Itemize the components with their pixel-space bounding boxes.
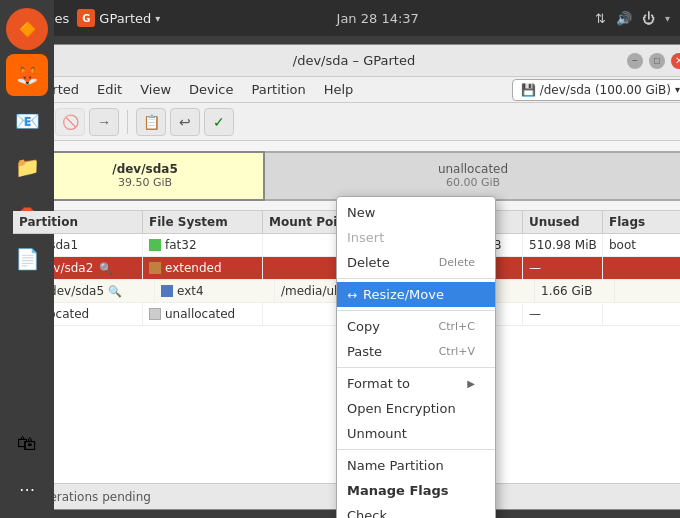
ctx-insert: Insert [337,225,495,250]
ctx-paste[interactable]: Paste Ctrl+V [337,339,495,364]
ctx-format-to-label: Format to [347,376,410,391]
topbar-arrow-icon: ▾ [665,13,670,24]
ctx-open-encryption[interactable]: Open Encryption [337,396,495,421]
disk-unallocated-visual: unallocated 60.00 GiB [265,151,680,201]
device-dropdown-icon: ▾ [675,84,680,95]
datetime-label: Jan 28 14:37 [337,11,419,26]
apps-grid-dock-item[interactable]: ⋯ [6,468,48,510]
fs-color-sda5 [161,285,173,297]
toolbar-apply-btn[interactable]: → [89,108,119,136]
menubar: GParted Edit View Device Partition Help … [13,77,680,103]
app-indicator[interactable]: G GParted ▾ [77,9,160,27]
toolbar-copy-btn[interactable]: 📋 [136,108,166,136]
menu-help[interactable]: Help [316,80,362,99]
ctx-paste-label: Paste [347,344,382,359]
undo-icon: ↩ [179,114,191,130]
dock-sidebar: 🔶 🦊 📧 📁 ⏺ 📄 🛍 ⋯ [0,0,54,518]
network-icon: ⇅ [595,11,606,26]
menu-device[interactable]: Device [181,80,241,99]
libreoffice-dock-item[interactable]: 📄 [6,238,48,280]
col-filesystem: File System [143,211,263,233]
toolbar-confirm-btn[interactable]: ✓ [204,108,234,136]
ctx-copy-label: Copy [347,319,380,334]
cell-filesystem: ext4 [155,280,275,302]
cell-unused: 1.66 GiB [535,280,615,302]
ctx-unmount-label: Unmount [347,426,407,441]
ctx-format-arrow: ▶ [467,378,475,389]
ctx-check-label: Check [347,508,387,518]
files-dock-item[interactable]: 📁 [6,146,48,188]
disk-unalloc-size: 60.00 GiB [446,176,500,189]
thunderbird-dock-item[interactable]: 📧 [6,100,48,142]
cell-unused: — [523,303,603,325]
cell-flags [603,257,680,279]
fs-color-sda2 [149,262,161,274]
ctx-delete[interactable]: Delete Delete [337,250,495,275]
device-selector[interactable]: 💾 /dev/sda (100.00 GiB) ▾ [512,79,680,101]
disk-sda5-name: /dev/sda5 [112,162,178,176]
cell-unused: — [523,257,603,279]
cell-filesystem: extended [143,257,263,279]
firefox-dock-item[interactable]: 🦊 [6,54,48,96]
ctx-open-encryption-label: Open Encryption [347,401,456,416]
ctx-delete-label: Delete [347,255,390,270]
cancel-icon: 🚫 [62,114,79,130]
ctx-manage-flags-label: Manage Flags [347,483,449,498]
ctx-copy[interactable]: Copy Ctrl+C [337,314,495,339]
col-unused: Unused [523,211,603,233]
window-controls: − □ ✕ [627,53,680,69]
ctx-resize-label: Resize/Move [363,287,444,302]
app-dropdown-icon[interactable]: ▾ [155,13,160,24]
fs-color-unalloc [149,308,161,320]
confirm-icon: ✓ [213,114,225,130]
device-selector-label: /dev/sda (100.00 GiB) [540,83,671,97]
toolbar-undo-btn[interactable]: ↩ [170,108,200,136]
maximize-button[interactable]: □ [649,53,665,69]
close-button[interactable]: ✕ [671,53,680,69]
cell-unused: 510.98 MiB [523,234,603,256]
cell-filesystem: fat32 [143,234,263,256]
ctx-sep-4 [337,449,495,450]
ctx-name-partition-label: Name Partition [347,458,444,473]
ctx-new[interactable]: New [337,200,495,225]
ctx-resize-move[interactable]: ↔ Resize/Move [337,282,495,307]
toolbar-cancel-btn[interactable]: 🚫 [55,108,85,136]
apply-icon: → [97,114,111,130]
toolbar: 📋 🚫 → 📋 ↩ ✓ [13,103,680,141]
disk-sda5-visual[interactable]: /dev/sda5 39.50 GiB [25,151,265,201]
copy-toolbar-icon: 📋 [143,114,160,130]
menu-edit[interactable]: Edit [89,80,130,99]
ctx-sep-1 [337,278,495,279]
ctx-sep-3 [337,367,495,368]
fs-color-sda1 [149,239,161,251]
menu-view[interactable]: View [132,80,179,99]
disk-sda5-size: 39.50 GiB [118,176,172,189]
window-titlebar: /dev/sda – GParted − □ ✕ [13,45,680,77]
search-icon-sda5: 🔍 [108,285,122,298]
resize-move-icon: ↔ [347,288,357,302]
power-icon[interactable]: ⏻ [642,11,655,26]
appstore-dock-item[interactable]: 🛍 [6,422,48,464]
ctx-paste-shortcut: Ctrl+V [439,345,475,358]
system-topbar: Activities G GParted ▾ Jan 28 14:37 ⇅ 🔊 … [0,0,680,36]
cell-flags [603,303,680,325]
ubuntu-dock-icon[interactable]: 🔶 [6,8,48,50]
col-partition: Partition [13,211,143,233]
app-name-label: GParted [99,11,151,26]
ctx-manage-flags[interactable]: Manage Flags [337,478,495,503]
ctx-format-to[interactable]: Format to ▶ [337,371,495,396]
cell-filesystem: unallocated [143,303,263,325]
hdd-icon: 💾 [521,83,536,97]
minimize-button[interactable]: − [627,53,643,69]
ctx-delete-shortcut: Delete [439,256,475,269]
key-icon: 🔍 [99,262,113,275]
cell-flags [615,280,680,302]
ctx-sep-2 [337,310,495,311]
menu-partition[interactable]: Partition [244,80,314,99]
ctx-name-partition[interactable]: Name Partition [337,453,495,478]
disk-unalloc-label: unallocated [438,162,508,176]
toolbar-right: 💾 /dev/sda (100.00 GiB) ▾ [512,79,680,101]
cell-flags: boot [603,234,680,256]
ctx-unmount[interactable]: Unmount [337,421,495,446]
ctx-check[interactable]: Check [337,503,495,518]
